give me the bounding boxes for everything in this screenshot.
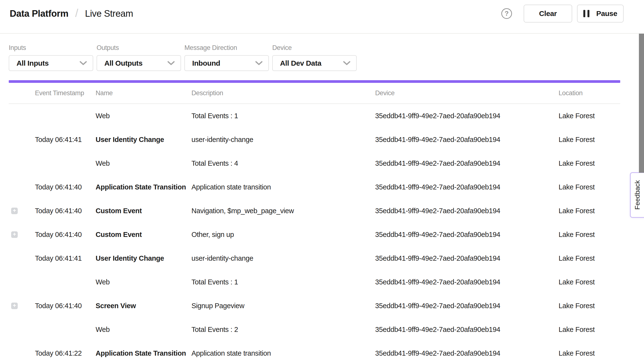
chevron-down-icon [255,61,262,65]
description-cell: Total Events : 2 [192,326,375,334]
table-row[interactable]: Today 06:41:22Application State Transiti… [9,341,620,360]
location-cell: Lake Forest [558,349,620,357]
device-id-cell: 35eddb41-9ff9-49e2-7aed-20afa90eb194 [375,349,558,357]
device-id-cell: 35eddb41-9ff9-49e2-7aed-20afa90eb194 [375,136,558,144]
device-id-cell: 35eddb41-9ff9-49e2-7aed-20afa90eb194 [375,254,558,262]
table-header-row: Event Timestamp Name Description Device … [9,83,620,104]
device-id-cell: 35eddb41-9ff9-49e2-7aed-20afa90eb194 [375,302,558,310]
table-row[interactable]: Today 06:41:40Application State Transiti… [9,175,620,199]
header-device: Device [375,89,558,97]
inputs-dropdown-value: All Inputs [16,59,49,67]
table-row[interactable]: +Today 06:41:40Custom EventOther, sign u… [9,223,620,246]
table-row[interactable]: +Today 06:41:40Custom EventNavigation, $… [9,199,620,223]
clear-button-label: Clear [539,9,557,18]
outputs-dropdown-value: All Outputs [104,59,142,67]
description-cell: Navigation, $mp_web_page_view [192,207,375,215]
location-cell: Lake Forest [558,254,620,262]
plus-icon: + [12,208,16,213]
pause-icon [583,10,590,17]
description-cell: Total Events : 1 [192,112,375,120]
event-timestamp-cell: Today 06:41:40 [27,231,96,239]
filter-label-message-direction: Message Direction [184,44,269,51]
location-cell: Lake Forest [558,207,620,215]
location-cell: Lake Forest [558,183,620,191]
outputs-dropdown[interactable]: All Outputs [96,55,181,71]
expand-cell: + [9,231,27,238]
event-timestamp-cell: Today 06:41:40 [27,183,96,191]
chevron-down-icon [168,61,175,65]
event-name-cell: Application State Transition [96,183,192,191]
expand-row-button[interactable]: + [11,208,18,214]
header-name: Name [96,89,192,97]
breadcrumb-section[interactable]: Data Platform [10,8,68,19]
device-id-cell: 35eddb41-9ff9-49e2-7aed-20afa90eb194 [375,160,558,168]
event-timestamp-cell: Today 06:41:41 [27,254,96,262]
header-event-timestamp: Event Timestamp [27,89,96,97]
filter-label-inputs: Inputs [9,44,93,51]
device-dropdown-value: All Dev Data [280,59,321,67]
table-row[interactable]: +Today 06:41:40Screen ViewSignup Pagevie… [9,294,620,318]
table-body: WebTotal Events : 135eddb41-9ff9-49e2-7a… [9,104,620,360]
device-id-cell: 35eddb41-9ff9-49e2-7aed-20afa90eb194 [375,326,558,334]
device-id-cell: 35eddb41-9ff9-49e2-7aed-20afa90eb194 [375,183,558,191]
table-row[interactable]: WebTotal Events : 435eddb41-9ff9-49e2-7a… [9,151,620,175]
plus-icon: + [12,303,16,308]
live-stream-table: Event Timestamp Name Description Device … [9,83,620,360]
description-cell: Total Events : 4 [192,160,375,168]
event-timestamp-cell: Today 06:41:40 [27,302,96,310]
expand-cell: + [9,303,27,309]
filter-group-inputs: Inputs All Inputs [9,44,93,71]
device-id-cell: 35eddb41-9ff9-49e2-7aed-20afa90eb194 [375,231,558,239]
location-cell: Lake Forest [558,136,620,144]
location-cell: Lake Forest [558,302,620,310]
event-timestamp-cell: Today 06:41:40 [27,207,96,215]
breadcrumb: Data Platform / Live Stream [10,7,133,20]
device-id-cell: 35eddb41-9ff9-49e2-7aed-20afa90eb194 [375,112,558,120]
inputs-dropdown[interactable]: All Inputs [9,55,93,71]
feedback-tab[interactable]: Feedback [630,172,644,218]
clear-button[interactable]: Clear [524,4,572,22]
event-name-cell: Custom Event [96,207,192,215]
event-name-cell: User Identity Change [96,254,192,262]
breadcrumb-separator: / [75,6,78,20]
description-cell: Total Events : 1 [192,278,375,286]
table-row[interactable]: WebTotal Events : 135eddb41-9ff9-49e2-7a… [9,104,620,128]
table-row[interactable]: Today 06:41:41User Identity Changeuser-i… [9,128,620,151]
message-direction-dropdown[interactable]: Inbound [184,55,269,71]
description-cell: Application state transition [192,349,375,357]
filter-bar: Inputs All Inputs Outputs All Outputs Me… [0,34,644,71]
event-name-cell: User Identity Change [96,136,192,144]
accent-divider [9,80,620,83]
pause-button[interactable]: Pause [577,4,624,22]
chevron-down-icon [80,61,87,65]
table-row[interactable]: Today 06:41:41User Identity Changeuser-i… [9,246,620,270]
device-dropdown[interactable]: All Dev Data [272,55,357,71]
description-cell: user-identity-change [192,254,375,262]
location-cell: Lake Forest [558,278,620,286]
message-direction-dropdown-value: Inbound [192,59,220,67]
vertical-scrollbar-thumb[interactable] [639,34,644,173]
event-timestamp-cell: Today 06:41:22 [27,349,96,357]
location-cell: Lake Forest [558,326,620,334]
filter-group-outputs: Outputs All Outputs [96,44,181,71]
device-id-cell: 35eddb41-9ff9-49e2-7aed-20afa90eb194 [375,207,558,215]
expand-row-button[interactable]: + [11,231,18,238]
description-cell: Other, sign up [192,231,375,239]
location-cell: Lake Forest [558,160,620,168]
location-cell: Lake Forest [558,112,620,120]
event-name-cell: Web [96,326,192,334]
event-name-cell: Web [96,278,192,286]
help-icon[interactable]: ? [501,8,512,19]
description-cell: Application state transition [192,183,375,191]
description-cell: Signup Pageview [192,302,375,310]
pause-button-label: Pause [596,9,617,18]
event-name-cell: Application State Transition [96,349,192,357]
table-row[interactable]: WebTotal Events : 235eddb41-9ff9-49e2-7a… [9,318,620,341]
plus-icon: + [12,231,16,237]
expand-row-button[interactable]: + [11,303,18,309]
page-header: Data Platform / Live Stream ? Clear Paus… [0,0,644,34]
location-cell: Lake Forest [558,231,620,239]
table-row[interactable]: WebTotal Events : 135eddb41-9ff9-49e2-7a… [9,270,620,294]
filter-group-message-direction: Message Direction Inbound [184,44,269,71]
header-location: Location [558,89,620,97]
